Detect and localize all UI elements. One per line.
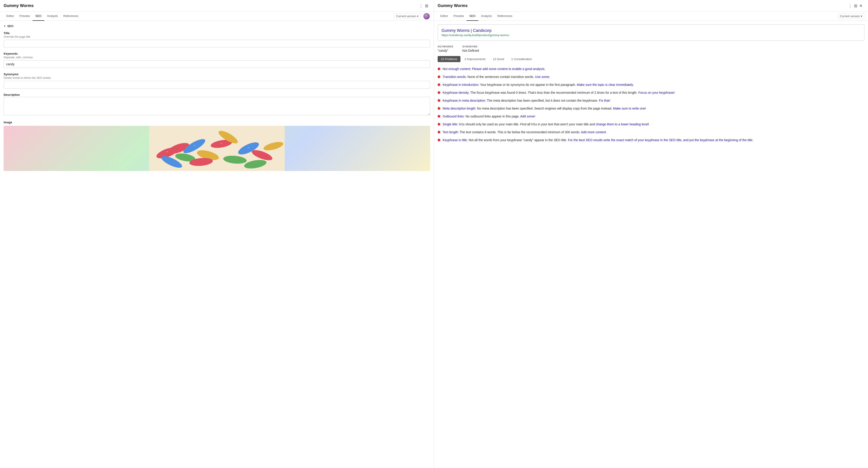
chevron-down-icon-left: ▾	[417, 14, 418, 18]
split-view-icon-left[interactable]: ⊞	[425, 3, 428, 8]
close-icon-right[interactable]: ✕	[859, 3, 863, 8]
issue-link-5[interactable]: Fix that	[599, 99, 610, 102]
tab-references-left[interactable]: References	[61, 12, 81, 21]
right-tabs: Editor Preview SEO Analysis References C…	[434, 12, 868, 21]
issue-transition-words: Transition words: None of the sentences …	[438, 74, 864, 79]
title-label: Title	[4, 31, 430, 35]
issue-dot-3	[438, 83, 440, 86]
score-tab-good[interactable]: 12 Good	[490, 56, 507, 62]
issue-key-7[interactable]: Outbound links	[442, 114, 464, 118]
issue-dot-2	[438, 75, 440, 78]
issue-dot-9	[438, 131, 440, 133]
synonyms-input[interactable]	[4, 81, 430, 89]
issue-key-4[interactable]: Keyphrase density	[442, 91, 469, 94]
issue-text-10: Keyphrase in title: Not all the words fr…	[442, 138, 864, 142]
tab-preview-left[interactable]: Preview	[17, 12, 33, 21]
left-header-icons: ⋮ ⊞	[419, 3, 428, 8]
issue-keyphrase-title: Keyphrase in title: Not all the words fr…	[438, 138, 864, 142]
seo-preview-url: https://candicorp.sanity.build/product/g…	[441, 33, 861, 37]
synonyms-meta-label: SYNONYMS	[462, 45, 479, 48]
issue-text-length: Text length: The text contains 8 words. …	[438, 130, 864, 135]
left-tabs: Editor Preview SEO Analysis References C…	[0, 12, 434, 21]
tab-preview-right[interactable]: Preview	[451, 12, 467, 21]
current-version-label-left: Current version	[396, 14, 416, 18]
issue-key-1[interactable]: Not enough content	[442, 67, 470, 71]
left-panel-body: ▼ SEO Title Override the page title Keyw…	[0, 21, 434, 468]
keywords-input[interactable]	[4, 60, 430, 68]
svg-point-17	[221, 143, 222, 144]
issue-dot-7	[438, 115, 440, 118]
description-field: Description	[4, 93, 430, 116]
issue-key-5[interactable]: Keyphrase in meta description	[442, 99, 485, 102]
tab-seo-right[interactable]: SEO	[467, 12, 478, 21]
issue-link-3[interactable]: Make sure the topic is clear immediately	[577, 83, 633, 87]
issue-key-3[interactable]: Keyphrase in introduction	[442, 83, 478, 87]
issue-meta-length: Meta description length: No meta descrip…	[438, 106, 864, 111]
issue-key-6[interactable]: Meta description length	[442, 107, 475, 110]
image-label: Image	[4, 121, 430, 124]
issue-text-1: Not enough content: Please add some cont…	[442, 67, 864, 71]
tab-editor-left[interactable]: Editor	[4, 12, 17, 21]
issue-key-8[interactable]: Single title	[442, 123, 457, 126]
title-field: Title Override the page title	[4, 31, 430, 47]
score-tab-problems[interactable]: 10 Problems	[438, 56, 460, 62]
seo-meta-row: KEYWORDS "candy" SYNONYMS Not Defined	[438, 45, 864, 53]
score-tab-consideration[interactable]: 1 Consideration	[508, 56, 535, 62]
tab-editor-right[interactable]: Editor	[438, 12, 451, 21]
seo-section-label: SEO	[7, 24, 13, 28]
more-vert-icon-right[interactable]: ⋮	[848, 3, 852, 8]
avatar-left[interactable]	[423, 13, 430, 20]
seo-issues-list: Not enough content: Please add some cont…	[438, 67, 864, 142]
issue-keyphrase-density: Keyphrase density: The focus keyphrase w…	[438, 90, 864, 95]
issue-link-7[interactable]: Add some	[520, 114, 534, 118]
description-textarea[interactable]	[4, 97, 430, 115]
tab-references-right[interactable]: References	[495, 12, 515, 21]
issue-link-4[interactable]: Focus on your keyphrase	[638, 91, 674, 94]
issue-text-2: Transition words: None of the sentences …	[442, 74, 864, 79]
issue-text-9: Text length: The text contains 8 words. …	[442, 130, 864, 135]
tab-analysis-right[interactable]: Analysis	[478, 12, 495, 21]
issue-link-9[interactable]: Add more content	[581, 130, 606, 134]
current-version-btn-right[interactable]: Current version ▾	[838, 13, 864, 19]
seo-preview-box: Gummy Worms | Candicorp https://candicor…	[438, 24, 864, 41]
issue-text-3: Keyphrase in introduction: Your keyphras…	[442, 82, 864, 87]
issue-key-10[interactable]: Keyphrase in title	[442, 138, 467, 142]
synonyms-meta-col: SYNONYMS Not Defined	[462, 45, 479, 53]
seo-preview-title[interactable]: Gummy Worms | Candicorp	[441, 28, 491, 33]
right-header-icons: ⋮ ⊞ ✕	[848, 3, 863, 8]
tab-seo-left[interactable]: SEO	[33, 12, 44, 21]
issue-text-8: Single title: H1s should only be used as…	[442, 122, 864, 127]
issue-text-7: Outbound links: No outbound links appear…	[442, 114, 864, 119]
issue-dot-1	[438, 68, 440, 70]
image-preview[interactable]	[4, 126, 430, 171]
issue-link-1[interactable]: Please add some content to enable a good…	[472, 67, 545, 71]
left-header: Gummy Worms ⋮ ⊞	[0, 0, 434, 12]
issue-link-8[interactable]: change them to a lower heading level	[596, 123, 648, 126]
left-panel-title: Gummy Worms	[4, 3, 419, 8]
issue-key-9[interactable]: Text length	[442, 130, 458, 134]
right-header: Gummy Worms ⋮ ⊞ ✕	[434, 0, 868, 12]
issue-key-2[interactable]: Transition words	[442, 75, 466, 78]
tab-analysis-left[interactable]: Analysis	[44, 12, 61, 21]
issue-text-4: Keyphrase density: The focus keyphrase w…	[442, 90, 864, 95]
issue-link-6[interactable]: Make sure to write one	[613, 107, 645, 110]
chevron-down-icon-right: ▾	[861, 14, 862, 18]
seo-section-header[interactable]: ▼ SEO	[4, 24, 430, 28]
issue-link-2[interactable]: Use some	[535, 75, 549, 78]
issue-not-enough-content: Not enough content: Please add some cont…	[438, 67, 864, 71]
keywords-field: Keywords Separate, with, commas	[4, 52, 430, 68]
keywords-meta-value: "candy"	[438, 49, 453, 53]
title-input[interactable]	[4, 40, 430, 47]
current-version-btn-left[interactable]: Current version ▾	[394, 13, 421, 19]
description-label: Description	[4, 93, 430, 96]
issue-single-title: Single title: H1s should only be used as…	[438, 122, 864, 127]
right-panel-title: Gummy Worms	[438, 3, 848, 8]
issue-text-5: Keyphrase in meta description: The meta …	[442, 98, 864, 103]
gummy-worms-image	[4, 126, 430, 171]
issue-dot-5	[438, 99, 440, 102]
split-view-icon-right[interactable]: ⊞	[854, 3, 857, 8]
more-vert-icon-left[interactable]: ⋮	[419, 3, 423, 8]
score-tab-improvements[interactable]: 2 Improvements	[461, 56, 489, 62]
svg-point-18	[248, 147, 249, 148]
issue-link-10[interactable]: For the best SEO results write the exact…	[568, 138, 752, 142]
